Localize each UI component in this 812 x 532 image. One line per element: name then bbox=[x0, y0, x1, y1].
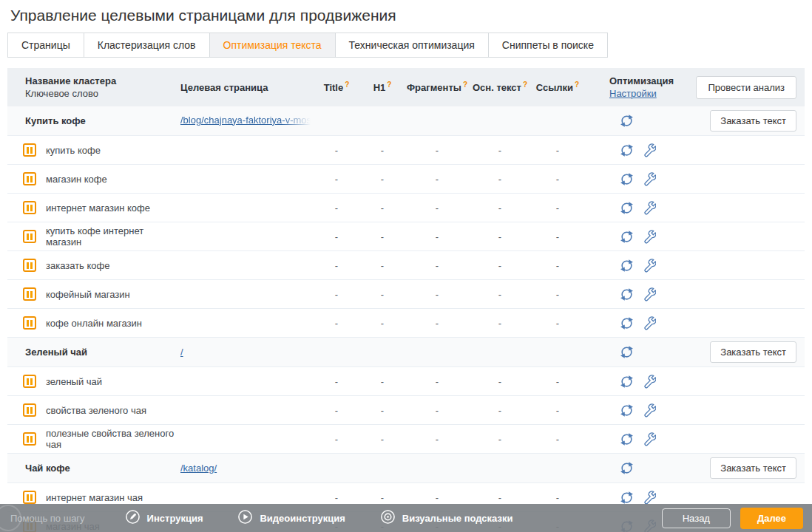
video-instruction-button[interactable]: Видеоинструкция bbox=[237, 509, 345, 527]
run-analysis-button[interactable]: Провести анализ bbox=[696, 76, 796, 99]
instruction-button[interactable]: Инструкция bbox=[125, 509, 203, 527]
keyword-marker-icon[interactable] bbox=[23, 403, 36, 417]
wrench-icon[interactable] bbox=[642, 287, 656, 301]
header-cluster-column: Название кластера Ключевое слово bbox=[7, 75, 180, 99]
fragments-metric-value: - bbox=[405, 434, 469, 445]
wrench-icon[interactable] bbox=[642, 172, 656, 186]
table-body: Купить кофе /blog/chajnaya-faktoriya-v-m… bbox=[7, 106, 805, 532]
main-text-metric-value: - bbox=[469, 318, 531, 329]
table-header: Название кластера Ключевое слово Целевая… bbox=[7, 68, 805, 106]
keyword-text: полезные свойства зеленого чая bbox=[46, 428, 180, 450]
keyword-row: купить кофе - - - - - bbox=[7, 136, 805, 165]
links-metric-value: - bbox=[531, 289, 584, 300]
fragments-metric-value: - bbox=[405, 376, 469, 387]
keyword-marker-icon[interactable] bbox=[23, 491, 36, 504]
visual-hints-label: Визуальные подсказки bbox=[402, 513, 513, 524]
main-text-metric-value: - bbox=[469, 434, 531, 445]
help-icon[interactable]: ? bbox=[387, 81, 391, 89]
order-text-button[interactable]: Заказать текст bbox=[710, 457, 796, 479]
wrench-icon[interactable] bbox=[642, 143, 656, 157]
order-text-button[interactable]: Заказать текст bbox=[710, 110, 796, 132]
h1-metric-value: - bbox=[359, 174, 405, 185]
tab-pages[interactable]: Страницы bbox=[7, 33, 84, 58]
target-page-link[interactable]: / bbox=[180, 347, 183, 358]
keyword-marker-icon[interactable] bbox=[23, 172, 36, 185]
tab-search-snippets[interactable]: Сниппеты в поиске bbox=[488, 33, 608, 58]
tab-technical-optimization[interactable]: Техническая оптимизация bbox=[335, 33, 489, 58]
help-icon[interactable]: ? bbox=[463, 81, 467, 89]
wrench-icon[interactable] bbox=[642, 230, 656, 244]
keyword-marker-icon[interactable] bbox=[23, 432, 36, 446]
refresh-icon[interactable] bbox=[620, 316, 634, 330]
refresh-icon[interactable] bbox=[620, 432, 634, 446]
back-button[interactable]: Назад bbox=[662, 508, 731, 528]
help-icon[interactable]: ? bbox=[575, 81, 579, 89]
cluster-group-row: Чай кофе /katalog/ Заказать текст bbox=[7, 454, 805, 483]
settings-link[interactable]: Настройки bbox=[609, 88, 695, 99]
keyword-text: заказать кофе bbox=[46, 260, 109, 271]
h1-metric-value: - bbox=[359, 434, 405, 445]
refresh-icon[interactable] bbox=[620, 491, 634, 505]
help-decoration-circle-icon bbox=[0, 505, 21, 531]
keyword-marker-icon[interactable] bbox=[23, 287, 36, 301]
main-text-metric-value: - bbox=[469, 174, 531, 185]
links-metric-value: - bbox=[531, 145, 584, 156]
keyword-text: купить кофе bbox=[46, 145, 101, 156]
header-h1-metric: H1? bbox=[359, 81, 405, 93]
h1-metric-value: - bbox=[359, 289, 405, 300]
cluster-name: Купить кофе bbox=[7, 115, 180, 126]
target-page-link[interactable]: /blog/chajnaya-faktoriya-v-moskve bbox=[180, 115, 311, 126]
fragments-metric-value: - bbox=[405, 145, 469, 156]
refresh-icon[interactable] bbox=[620, 201, 634, 215]
refresh-icon[interactable] bbox=[620, 375, 634, 389]
links-metric-value: - bbox=[531, 231, 584, 242]
refresh-icon[interactable] bbox=[620, 287, 634, 301]
target-page-link[interactable]: /katalog/ bbox=[180, 463, 217, 474]
target-circle-icon bbox=[380, 509, 396, 527]
refresh-icon[interactable] bbox=[620, 403, 634, 417]
instruction-label: Инструкция bbox=[147, 513, 203, 524]
header-keyword-subtitle: Ключевое слово bbox=[25, 88, 180, 99]
wrench-icon[interactable] bbox=[642, 316, 656, 330]
keyword-row: интернет магазин кофе - - - - - bbox=[7, 194, 805, 222]
pencil-circle-icon bbox=[125, 509, 141, 527]
keyword-marker-icon[interactable] bbox=[23, 230, 36, 243]
order-text-button[interactable]: Заказать текст bbox=[710, 341, 796, 363]
tab-text-optimization[interactable]: Оптимизация текста bbox=[209, 33, 336, 58]
keyword-row: заказать кофе - - - - - bbox=[7, 251, 805, 280]
visual-hints-button[interactable]: Визуальные подсказки bbox=[380, 509, 513, 527]
next-button[interactable]: Далее bbox=[740, 508, 803, 529]
keyword-marker-icon[interactable] bbox=[23, 259, 36, 272]
keyword-row: кофейный магазин - - - - - bbox=[7, 280, 805, 309]
tab-word-clustering[interactable]: Кластеризация слов bbox=[84, 33, 210, 58]
keyword-marker-icon[interactable] bbox=[23, 316, 36, 330]
wrench-icon[interactable] bbox=[642, 403, 656, 417]
header-title-metric: Title? bbox=[314, 81, 359, 93]
refresh-icon[interactable] bbox=[620, 143, 634, 157]
refresh-icon[interactable] bbox=[620, 172, 634, 186]
keyword-marker-icon[interactable] bbox=[23, 375, 36, 388]
help-icon[interactable]: ? bbox=[523, 81, 527, 89]
wrench-icon[interactable] bbox=[642, 259, 656, 273]
links-metric-value: - bbox=[531, 434, 584, 445]
h1-metric-value: - bbox=[359, 318, 405, 329]
refresh-icon[interactable] bbox=[620, 345, 634, 359]
help-icon[interactable]: ? bbox=[345, 81, 349, 89]
keyword-marker-icon[interactable] bbox=[23, 201, 36, 214]
refresh-icon[interactable] bbox=[620, 230, 634, 244]
keyword-row: магазин кофе - - - - - bbox=[7, 165, 805, 194]
keyword-text: кофе онлайн магазин bbox=[46, 318, 142, 329]
refresh-icon[interactable] bbox=[620, 259, 634, 273]
keyword-marker-icon[interactable] bbox=[23, 143, 36, 157]
wrench-icon[interactable] bbox=[642, 201, 656, 215]
links-metric-value: - bbox=[531, 405, 584, 416]
keyword-text: магазин кофе bbox=[46, 174, 107, 185]
fragments-metric-value: - bbox=[405, 289, 469, 300]
refresh-icon[interactable] bbox=[620, 461, 634, 475]
wrench-icon[interactable] bbox=[642, 491, 656, 505]
wrench-icon[interactable] bbox=[642, 432, 656, 446]
header-optimization-column: Оптимизация Настройки bbox=[584, 75, 695, 99]
links-metric-value: - bbox=[531, 376, 584, 387]
refresh-icon[interactable] bbox=[620, 114, 634, 128]
wrench-icon[interactable] bbox=[642, 375, 656, 389]
